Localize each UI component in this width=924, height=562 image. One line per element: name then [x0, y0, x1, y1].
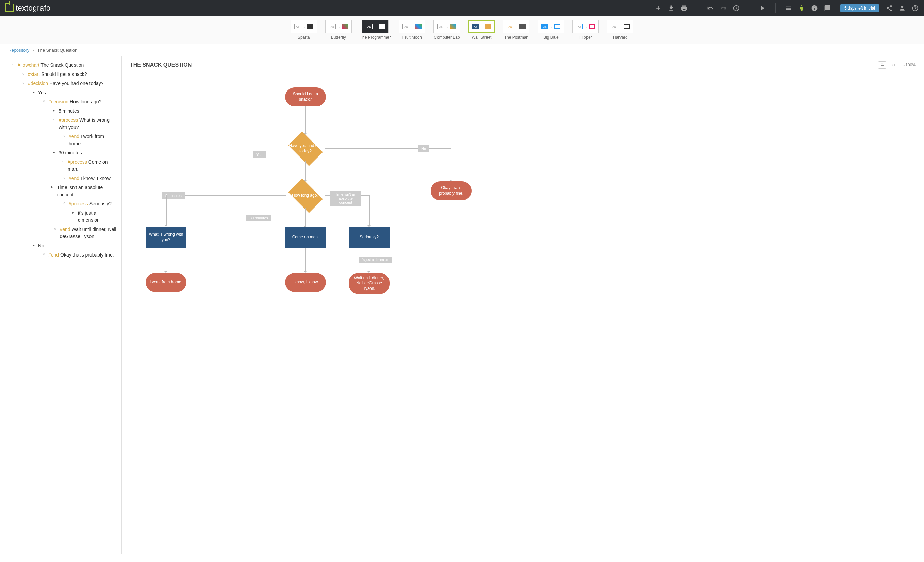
- theme-item-postman[interactable]: Aa→The Postman: [503, 20, 530, 40]
- outline-row[interactable]: ▸Time isn't an absolute concept: [3, 183, 119, 199]
- canvas-area[interactable]: THE SNACK QUESTION ⌄ 100% Should I get a…: [122, 57, 924, 554]
- outline-text: 5 minutes: [58, 108, 79, 115]
- theme-item-bigblue[interactable]: Aa→Big Blue: [537, 20, 564, 40]
- node-process-3[interactable]: Seriously?: [349, 227, 390, 248]
- app-logo[interactable]: textografo: [6, 4, 51, 13]
- play-icon[interactable]: [759, 5, 766, 12]
- outline-row[interactable]: ▸30 minutes: [3, 148, 119, 157]
- outline-text: No: [38, 242, 44, 249]
- edge: [305, 248, 306, 272]
- bullet-icon: ○: [62, 133, 67, 139]
- outline-text: #decision Have you had one today?: [28, 80, 104, 87]
- node-process-2[interactable]: Come on man.: [285, 227, 326, 248]
- breadcrumb-current: The Snack Question: [38, 48, 78, 53]
- outline-panel[interactable]: ○#flowchart The Snack Question○#start Sh…: [0, 57, 122, 554]
- node-end-3[interactable]: Wait until dinner, Neil deGrasse Tyson.: [349, 273, 390, 294]
- share-icon[interactable]: [886, 5, 893, 12]
- outline-row[interactable]: ▸Yes: [3, 88, 119, 97]
- outline-text: #start Should I get a snack?: [28, 71, 87, 78]
- outline-row[interactable]: ○#process Come on man.: [3, 157, 119, 174]
- flowchart-canvas[interactable]: Should I get a snack? Have you had one t…: [122, 74, 924, 414]
- comment-icon[interactable]: [824, 5, 831, 12]
- theme-item-programmer[interactable]: Aa→The Programmer: [360, 20, 391, 40]
- theme-item-harvard[interactable]: Aa→Harvard: [607, 20, 633, 40]
- logo-icon: [6, 4, 14, 12]
- outline-text: #end I work from home.: [69, 133, 119, 147]
- info-icon[interactable]: [811, 5, 818, 12]
- undo-icon[interactable]: [707, 5, 714, 12]
- outline-row[interactable]: ▸5 minutes: [3, 106, 119, 116]
- bullet-icon: ○: [21, 71, 26, 76]
- theme-item-wallstreet[interactable]: Aa→Wall Street: [468, 20, 495, 40]
- list-icon[interactable]: [785, 5, 792, 12]
- edge-label-30min: 30 minutes: [246, 215, 272, 222]
- trial-badge[interactable]: 5 days left in trial: [840, 4, 879, 12]
- layout-horizontal-icon[interactable]: [891, 63, 897, 67]
- edge-label-yes: Yes: [253, 151, 266, 158]
- bullet-icon: ○: [42, 98, 46, 104]
- canvas-title: THE SNACK QUESTION: [130, 62, 878, 68]
- theme-gallery: Aa→Sparta Aa→Butterfly Aa→The Programmer…: [0, 16, 924, 44]
- breadcrumb: Repository › The Snack Question: [0, 44, 924, 57]
- breadcrumb-root[interactable]: Repository: [8, 48, 29, 53]
- redo-icon[interactable]: [720, 5, 727, 12]
- bullet-icon: ○: [61, 159, 66, 164]
- help-icon[interactable]: [912, 5, 918, 12]
- canvas-tools: ⌄ 100%: [878, 61, 916, 69]
- outline-text: #end I know, I know.: [69, 175, 112, 182]
- theme-item-butterfly[interactable]: Aa→Butterfly: [325, 20, 352, 40]
- arrow-icon: ▸: [52, 149, 57, 155]
- download-icon[interactable]: [668, 5, 675, 12]
- arrow-icon: ▸: [31, 242, 36, 248]
- outline-row[interactable]: ▸No: [3, 241, 119, 250]
- bullet-icon: ○: [52, 117, 57, 123]
- layout-vertical-icon[interactable]: [878, 61, 886, 69]
- print-icon[interactable]: [681, 5, 687, 12]
- theme-item-fruitmoon[interactable]: Aa→Fruit Moon: [399, 20, 425, 40]
- zoom-control[interactable]: ⌄ 100%: [902, 63, 916, 67]
- node-decision-1[interactable]: Have you had one today?: [285, 135, 326, 162]
- arrow-icon: ▸: [52, 108, 57, 113]
- outline-row[interactable]: ○#decision How long ago?: [3, 97, 119, 106]
- theme-item-flipper[interactable]: Aa→Flipper: [572, 20, 599, 40]
- history-icon[interactable]: [733, 5, 740, 12]
- outline-row[interactable]: ○#process Seriously?: [3, 199, 119, 208]
- edge: [369, 195, 370, 226]
- outline-text: Yes: [38, 89, 46, 96]
- edge-label-no: No: [418, 145, 429, 152]
- outline-text: 30 minutes: [58, 149, 82, 156]
- outline-text: it's just a dimension: [78, 210, 119, 224]
- outline-row[interactable]: ○#end I work from home.: [3, 132, 119, 148]
- outline-text: #process What is wrong with you?: [59, 117, 119, 131]
- node-end-4[interactable]: Okay that's probably fine.: [431, 181, 471, 200]
- outline-row[interactable]: ○#end I know, I know.: [3, 174, 119, 183]
- highlight-icon[interactable]: [798, 5, 805, 12]
- node-start[interactable]: Should I get a snack?: [285, 87, 326, 106]
- node-decision-2[interactable]: How long ago?: [285, 182, 326, 209]
- node-end-2[interactable]: I know, I know.: [285, 273, 326, 292]
- edge: [166, 195, 167, 225]
- outline-text: #end Wait until dinner, Neil deGrasse Ty…: [60, 226, 119, 240]
- outline-row[interactable]: ▸it's just a dimension: [3, 208, 119, 225]
- outline-row[interactable]: ○#end Wait until dinner, Neil deGrasse T…: [3, 225, 119, 241]
- user-icon[interactable]: [899, 5, 906, 12]
- arrow-icon: ▸: [50, 184, 55, 190]
- bullet-icon: ○: [62, 175, 67, 181]
- arrow-icon: ▸: [71, 210, 76, 215]
- outline-text: #flowchart The Snack Question: [18, 61, 84, 69]
- theme-item-computerlab[interactable]: Aa→Computer Lab: [434, 20, 460, 40]
- outline-text: #process Come on man.: [68, 159, 119, 173]
- app-name: textografo: [16, 4, 51, 13]
- outline-row[interactable]: ○#flowchart The Snack Question: [3, 61, 119, 70]
- outline-row[interactable]: ○#decision Have you had one today?: [3, 79, 119, 88]
- node-process-1[interactable]: What is wrong with you?: [146, 227, 186, 248]
- edge-label-5min: 5 minutes: [162, 192, 185, 199]
- svg-rect-1: [881, 65, 882, 66]
- outline-row[interactable]: ○#end Okay that's probably fine.: [3, 250, 119, 259]
- theme-item-sparta[interactable]: Aa→Sparta: [291, 20, 317, 40]
- node-end-1[interactable]: I work from home.: [146, 273, 186, 292]
- outline-row[interactable]: ○#process What is wrong with you?: [3, 116, 119, 132]
- outline-row[interactable]: ○#start Should I get a snack?: [3, 70, 119, 79]
- new-icon[interactable]: [655, 5, 662, 12]
- bullet-icon: ○: [42, 252, 46, 257]
